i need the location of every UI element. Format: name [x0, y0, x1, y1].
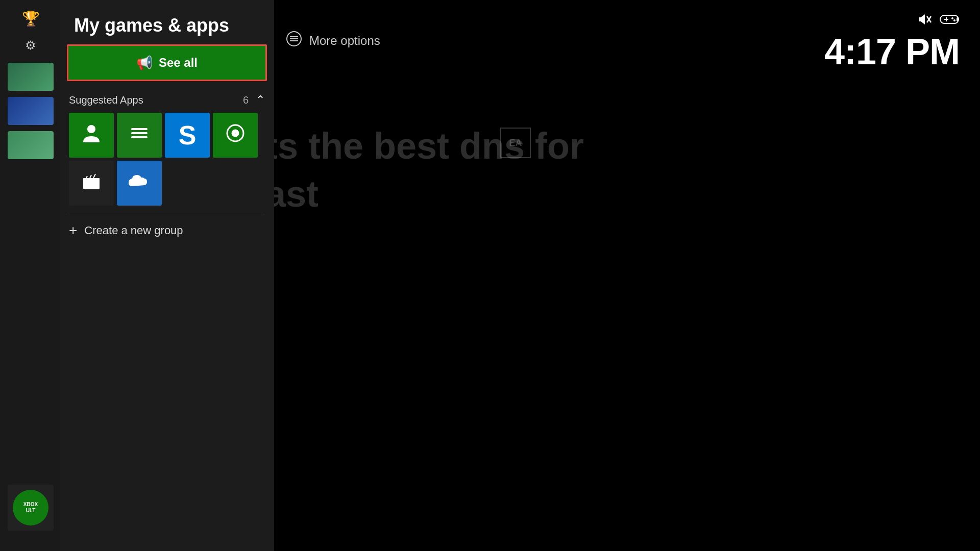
tile-lines[interactable] — [117, 113, 162, 158]
skype-s-icon: S — [179, 120, 197, 151]
gear-icon: ⚙ — [25, 38, 36, 53]
tile-avatar[interactable] — [69, 113, 114, 158]
more-options-label: More options — [309, 34, 380, 48]
main-panel: My games & apps 📢 See all Suggested Apps… — [60, 0, 274, 551]
mute-icon — [916, 11, 932, 31]
svg-line-9 — [86, 176, 87, 178]
svg-line-10 — [90, 175, 91, 178]
chevron-up-icon[interactable]: ⌃ — [256, 93, 265, 107]
svg-line-11 — [93, 174, 95, 178]
tile-music[interactable] — [213, 113, 258, 158]
controller-icon — [939, 12, 960, 30]
suggested-label: Suggested Apps — [69, 94, 143, 106]
suggested-header: Suggested Apps 6 ⌃ — [60, 89, 274, 113]
trophy-icon: 🏆 — [22, 10, 40, 27]
panel-header: My games & apps — [60, 0, 274, 44]
plus-icon: + — [69, 222, 77, 239]
suggested-count-area: 6 ⌃ — [243, 93, 265, 107]
tiles-grid: S — [60, 113, 274, 206]
left-sidebar: 🏆 ⚙ XBOXULT — [0, 0, 61, 551]
top-right-area: 4:17 PM — [824, 11, 960, 70]
svg-point-23 — [953, 19, 955, 21]
svg-rect-2 — [131, 132, 148, 134]
tile-cloud[interactable] — [117, 161, 162, 206]
svg-rect-18 — [940, 15, 959, 23]
see-all-icon: 📢 — [136, 55, 153, 71]
create-group-button[interactable]: + Create a new group — [60, 220, 274, 241]
status-icons — [916, 11, 960, 31]
svg-rect-7 — [83, 179, 100, 189]
see-all-label: See all — [159, 56, 198, 70]
music-icon — [224, 122, 247, 149]
svg-rect-8 — [83, 178, 100, 180]
cloud-icon — [127, 170, 152, 197]
xbox-badge-container: XBOXULT — [8, 485, 54, 531]
tile-skype[interactable]: S — [165, 113, 210, 158]
svg-point-6 — [234, 132, 236, 134]
ea-icon: EA — [500, 128, 531, 158]
svg-point-22 — [951, 17, 953, 19]
svg-rect-19 — [957, 17, 959, 21]
create-group-label: Create a new group — [84, 224, 183, 237]
more-options-icon — [286, 31, 302, 51]
divider — [69, 214, 265, 214]
person-icon — [80, 122, 103, 149]
clapper-icon — [80, 170, 103, 197]
suggested-count: 6 — [243, 94, 249, 106]
see-all-button[interactable]: 📢 See all — [67, 44, 267, 81]
panel-title: My games & apps — [74, 14, 260, 36]
xbox-badge: XBOXULT — [13, 490, 48, 525]
svg-rect-1 — [131, 128, 148, 130]
svg-point-0 — [87, 125, 95, 133]
tile-video[interactable] — [69, 161, 114, 206]
thumbnail-1 — [8, 63, 54, 91]
lines-icon — [128, 122, 151, 148]
time-display: 4:17 PM — [824, 33, 960, 70]
thumbnail-2 — [8, 97, 54, 125]
thumbnail-3 — [8, 131, 54, 159]
more-options-button[interactable]: More options — [286, 31, 380, 51]
svg-rect-3 — [131, 136, 148, 138]
